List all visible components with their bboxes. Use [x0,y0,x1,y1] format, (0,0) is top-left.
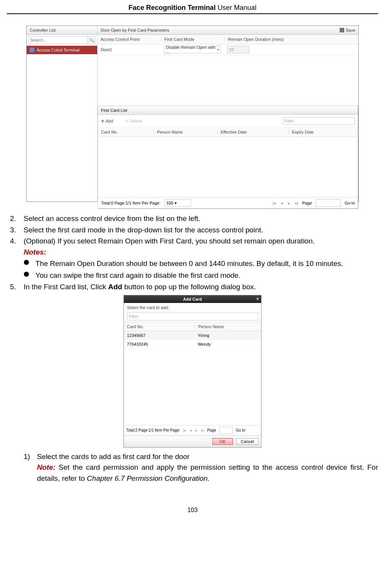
parameters-panel-title: Door Open by First Card Parameters [101,28,169,32]
col-card-no: Card No. [98,130,154,134]
header-bold: Face Recognition Terminal [128,4,216,11]
first-page-icon[interactable]: |◂ [183,429,186,432]
list-number: 3. [8,225,16,236]
dialog-title: Add Card [183,297,202,301]
last-page-icon[interactable]: ▸| [201,429,204,432]
next-page-icon[interactable]: ▸ [196,429,197,432]
cell-card-no: 12345667 [124,333,195,338]
page-label: Page [207,428,216,432]
instructions-block: 2.Select an access control device from t… [7,213,378,293]
close-icon[interactable]: × [257,296,259,301]
first-card-list-title: First Card List [98,106,358,115]
x-icon: ✕ [125,118,128,124]
controller-list-panel: Controller List 🔍 Access Cotrol Terminal [27,26,98,201]
save-label: Save [346,28,355,32]
note-bullet-1: The Remain Open Duration should be betwe… [35,258,343,269]
search-icon[interactable]: 🔍 [88,36,96,44]
note-label: Note: [37,463,56,471]
card-row[interactable]: 776433245 Wendy [124,340,261,349]
chevron-down-icon: ▾ [175,201,177,206]
col-access-control-point: Access Control Point [98,37,161,42]
col-effective-date: Effective Date [217,130,289,134]
delete-button[interactable]: ✕ Delete [125,118,142,124]
bullet-icon: ⬤ [24,270,29,281]
items-per-page-select[interactable]: 100 ▾ [164,199,191,207]
page-header: Face Recognition Terminal User Manual [7,4,378,14]
dialog-title-bar: Add Card × [124,295,261,303]
first-page-icon[interactable]: |◂ [273,201,276,205]
add-label: Add [106,119,113,123]
substep-1: Select the cards to add as first card fo… [37,453,189,461]
card-row[interactable]: 12345667 Yining [124,331,261,340]
list-number: 5. [8,282,16,293]
page-input[interactable] [316,199,341,207]
first-card-mode-select[interactable]: Disable Remain Open with … ▾ [164,46,221,53]
save-icon [340,28,344,32]
screenshot-add-card-dialog: Add Card × Select the card to add: Filte… [124,295,261,448]
duration-input[interactable]: 10 [227,46,249,53]
cancel-button[interactable]: Cancel [236,438,259,445]
step-5-pre: In the First Card list, Click [24,283,108,291]
step-4: (Optional) If you select Remain Open wit… [24,237,315,245]
search-input[interactable] [28,36,87,44]
add-button[interactable]: + Add [101,118,113,124]
note-bullet-2: You can swipe the first card again to di… [35,270,241,281]
col-remain-open-duration: Remain Open Duration (mins) [225,37,358,42]
step-2: Select an access control device from the… [24,213,378,224]
list-number: 4. [8,236,16,258]
filter-placeholder: Filter [129,314,138,319]
step-5-post: button to pop up the following dialog bo… [122,283,256,291]
col-person-name: Person Name [195,324,261,329]
pagination-status: Total:2 Page:1/1 Item Per Page: [126,428,180,432]
goto-button[interactable]: Go to [236,428,245,432]
dialog-filter-input[interactable]: Filter [127,312,258,321]
step-5-bold: Add [108,283,122,291]
notes-label: Notes: [24,248,46,256]
col-first-card-mode: First Card Mode [161,37,225,42]
mode-value: Disable Remain Open with … [166,45,216,54]
device-item-selected[interactable]: Access Cotrol Terminal [27,46,97,54]
ok-button[interactable]: OK [212,438,233,445]
delete-label: Delete [130,119,142,123]
controller-list-title: Controller List [27,26,97,35]
device-icon [30,48,34,52]
cell-person: Wendy [195,342,214,346]
col-card-no: Card No. [124,324,195,329]
last-page-icon[interactable]: ▸| [295,201,298,205]
substep-1-ref: Chapter 6.7 Permission Configuration. [87,474,210,482]
items-value: 100 [166,201,173,205]
cell-card-no: 776433245 [124,342,195,346]
col-expiry-date: Expiry Date [289,130,358,134]
cell-door: Door1 [98,47,161,52]
step-3: Select the first card mode in the drop-d… [24,225,378,236]
col-person-name: Person Name [154,130,217,134]
chevron-down-icon: ▾ [217,48,219,52]
save-button[interactable]: Save [340,28,355,32]
sublist-number: 1) [24,451,30,484]
prev-page-icon[interactable]: ◂ [190,429,192,432]
door-row[interactable]: Door1 Disable Remain Open with … ▾ 10 [98,44,358,55]
device-label: Access Cotrol Terminal [37,48,79,52]
filter-input[interactable]: Filter [282,117,355,125]
page-number: 103 [7,507,378,514]
header-rest: User Manual [216,4,257,11]
filter-placeholder: Filter [284,119,294,123]
duration-value: 10 [229,47,234,52]
goto-button[interactable]: Go to [345,201,355,205]
cell-person: Yining [195,333,212,338]
page-input[interactable] [219,427,233,434]
pagination-status: Total:0 Page:1/1 Item Per Page: [101,201,160,205]
prev-page-icon[interactable]: ◂ [281,201,283,205]
next-page-icon[interactable]: ▸ [288,201,290,205]
dialog-prompt: Select the card to add: [124,303,261,312]
plus-icon: + [101,118,104,124]
bullet-icon: ⬤ [24,258,29,269]
page-label: Page [302,201,312,205]
list-number: 2. [8,213,16,224]
